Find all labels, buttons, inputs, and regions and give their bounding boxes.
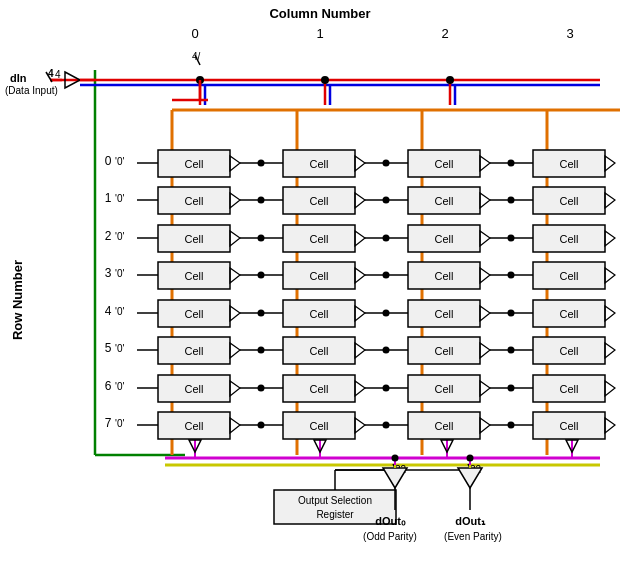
cell-2-3-out — [480, 268, 490, 283]
dout1-label: dOut₁ — [455, 515, 486, 527]
row-number-label: Row Number — [10, 260, 25, 340]
cell-0-1-out — [230, 193, 240, 208]
svg-point-72 — [258, 385, 265, 392]
svg-point-68 — [258, 235, 265, 242]
cell-1-4-out — [355, 306, 365, 321]
row-6-label: 6 — [105, 379, 112, 393]
svg-point-32 — [321, 76, 329, 84]
cell-0-6-label: Cell — [185, 383, 204, 395]
cell-0-7-label: Cell — [185, 420, 204, 432]
dout0-label: dOut₀ — [375, 515, 406, 527]
output-selection-register-label: Output Selection — [298, 495, 372, 506]
cell-2-5-out — [480, 343, 490, 358]
cell-0-1-label: Cell — [185, 195, 204, 207]
row-1-zero: '0' — [115, 193, 124, 204]
row-4-label: 4 — [105, 304, 112, 318]
row-6-zero: '0' — [115, 381, 124, 392]
svg-point-88 — [508, 385, 515, 392]
svg-point-67 — [258, 197, 265, 204]
cell-3-3-out — [605, 268, 615, 283]
row-7-label: 7 — [105, 416, 112, 430]
cell-1-3-out — [355, 268, 365, 283]
svg-point-85 — [508, 272, 515, 279]
cell-1-5-out — [355, 343, 365, 358]
row-1-label: 1 — [105, 191, 112, 205]
cell-1-1-label: Cell — [310, 195, 329, 207]
cell-3-2-out — [605, 231, 615, 246]
row-0-label: 0 — [105, 154, 112, 168]
col-0-label: 0 — [191, 26, 198, 41]
cell-1-2-label: Cell — [310, 233, 329, 245]
cell-3-5-out — [605, 343, 615, 358]
cell-2-5-label: Cell — [435, 345, 454, 357]
cell-3-1-out — [605, 193, 615, 208]
svg-point-82 — [508, 160, 515, 167]
cell-3-6-out — [605, 381, 615, 396]
row-5-zero: '0' — [115, 343, 124, 354]
cell-2-0-label: Cell — [435, 158, 454, 170]
cell-2-6-out — [480, 381, 490, 396]
cell-0-2-label: Cell — [185, 233, 204, 245]
cell-2-4-label: Cell — [435, 308, 454, 320]
row-0-zero: '0' — [115, 156, 124, 167]
diagram-container: Column Number 0 1 2 3 Row Number dIn (Da… — [0, 0, 641, 576]
cell-1-3-label: Cell — [310, 270, 329, 282]
svg-point-33 — [446, 76, 454, 84]
data-input-label: (Data Input) — [5, 85, 58, 96]
cell-0-4-out — [230, 306, 240, 321]
mux-odd-triangle — [383, 468, 407, 488]
svg-point-77 — [383, 272, 390, 279]
cell-0-3-out — [230, 268, 240, 283]
cell-3-1-label: Cell — [560, 195, 579, 207]
cell-1-6-out — [355, 381, 365, 396]
cell-1-5-label: Cell — [310, 345, 329, 357]
svg-point-99 — [392, 455, 399, 462]
cell-2-6-label: Cell — [435, 383, 454, 395]
cell-0-6-out — [230, 381, 240, 396]
col-3-label: 3 — [566, 26, 573, 41]
cell-3-0-out — [605, 156, 615, 171]
cell-0-0-out — [230, 156, 240, 171]
mux-even-triangle — [458, 468, 482, 488]
cell-3-4-label: Cell — [560, 308, 579, 320]
svg-point-81 — [383, 422, 390, 429]
svg-point-71 — [258, 347, 265, 354]
cell-2-1-out — [480, 193, 490, 208]
cell-3-7-label: Cell — [560, 420, 579, 432]
svg-point-78 — [383, 310, 390, 317]
cell-3-7-out — [605, 418, 615, 433]
row-4-zero: '0' — [115, 306, 124, 317]
svg-point-76 — [383, 235, 390, 242]
svg-point-66 — [258, 160, 265, 167]
cell-3-0-label: Cell — [560, 158, 579, 170]
cell-2-7-out — [480, 418, 490, 433]
cell-1-0-out — [355, 156, 365, 171]
cell-2-4-out — [480, 306, 490, 321]
cell-0-5-label: Cell — [185, 345, 204, 357]
cell-1-7-label: Cell — [310, 420, 329, 432]
cell-3-6-label: Cell — [560, 383, 579, 395]
cell-3-2-label: Cell — [560, 233, 579, 245]
odd-parity-label: (Odd Parity) — [363, 531, 417, 542]
column-number-label: Column Number — [269, 6, 370, 21]
row-2-zero: '0' — [115, 231, 124, 242]
cell-0-0-label: Cell — [185, 158, 204, 170]
cell-1-7-out — [355, 418, 365, 433]
cell-0-4-label: Cell — [185, 308, 204, 320]
svg-point-89 — [508, 422, 515, 429]
svg-point-84 — [508, 235, 515, 242]
even-parity-label: (Even Parity) — [444, 531, 502, 542]
output-selection-register-label2: Register — [316, 509, 354, 520]
cell-1-2-out — [355, 231, 365, 246]
svg-point-74 — [383, 160, 390, 167]
svg-point-80 — [383, 385, 390, 392]
svg-point-70 — [258, 310, 265, 317]
cell-0-3-label: Cell — [185, 270, 204, 282]
row-2-label: 2 — [105, 229, 112, 243]
svg-point-86 — [508, 310, 515, 317]
cell-1-0-label: Cell — [310, 158, 329, 170]
cell-2-2-label: Cell — [435, 233, 454, 245]
svg-point-87 — [508, 347, 515, 354]
cell-1-4-label: Cell — [310, 308, 329, 320]
svg-point-73 — [258, 422, 265, 429]
